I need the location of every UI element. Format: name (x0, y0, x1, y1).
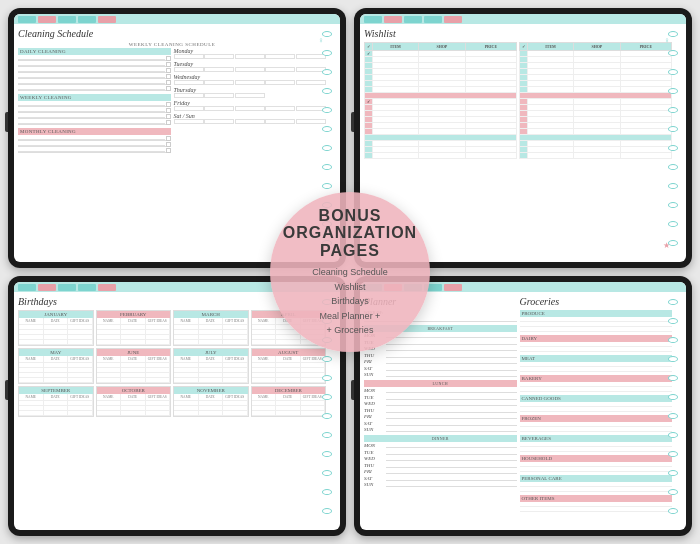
ring (322, 107, 332, 113)
oct-cols: NAME DATE GIFT IDEAS (97, 394, 171, 401)
august-header: AUGUST (252, 349, 326, 356)
ring (668, 375, 678, 381)
bonus-label: BONUS ORGANIZATION PAGES (283, 207, 417, 260)
personal-header: PERSONAL CARE (520, 475, 673, 482)
tab-mp5 (444, 284, 462, 291)
check-header-r: ✓ (520, 43, 528, 51)
date-col-n: DATE (199, 394, 224, 401)
personal-row-2 (520, 487, 673, 492)
ring (668, 299, 678, 305)
nov-cols: NAME DATE GIFT IDEAS (174, 394, 248, 401)
name-col-s: NAME (19, 394, 44, 401)
name-col-j: NAME (97, 356, 122, 363)
other-section: OTHER ITEMS (520, 495, 673, 512)
ring (668, 31, 678, 37)
house-row-2 (520, 467, 673, 472)
thu-cell-1 (174, 93, 204, 98)
wishlist-table-right: ✓ ITEM SHOP PRICE (519, 42, 672, 159)
name-col-o: NAME (97, 394, 122, 401)
dec-row-3 (252, 411, 326, 416)
bakery-header: BAKERY (520, 375, 673, 382)
monthly-row-1 (18, 136, 171, 141)
ring (668, 126, 678, 132)
name-col-a: NAME (252, 318, 277, 325)
tab-4 (78, 16, 96, 23)
tab-w3 (404, 16, 422, 23)
july-header: JULY (174, 349, 248, 356)
ring (322, 394, 332, 400)
september: SEPTEMBER NAME DATE GIFT IDEAS (18, 386, 94, 417)
spiral-binding-2 (668, 24, 678, 252)
groceries-right: Groceries PRODUCE DAIRY (520, 296, 673, 526)
lunch-sun-row: SUN (364, 427, 517, 432)
frozen-header: FROZEN (520, 415, 673, 422)
monthly-cleaning-header: MONTHLY CLEANING (18, 128, 171, 135)
june-cols: NAME DATE GIFT IDEAS (97, 356, 171, 363)
aug-row-4 (252, 378, 326, 383)
gift-col-s: GIFT IDEAS (68, 394, 93, 401)
date-col-f: DATE (121, 318, 146, 325)
sat-cell-4 (265, 119, 295, 124)
jun-row-4 (97, 378, 171, 383)
tab-w5 (444, 16, 462, 23)
july-cols: NAME DATE GIFT IDEAS (174, 356, 248, 363)
daily-row-4 (18, 74, 171, 79)
dairy-row-2 (520, 347, 673, 352)
wishlist-right-section: ✓ ITEM SHOP PRICE (519, 42, 672, 254)
ring (322, 164, 332, 170)
dinner-fri-row: FRI (364, 469, 517, 474)
ring (668, 489, 678, 495)
spiral-binding-4 (668, 292, 678, 520)
fri-cell-3 (235, 106, 265, 111)
ring (668, 221, 678, 227)
march: MARCH NAME DATE GIFT IDEAS (173, 310, 249, 346)
canned-header: CANNED GOODS (520, 395, 673, 402)
december-header: DECEMBER (252, 387, 326, 394)
weekly-row-4 (18, 120, 171, 125)
weekly-row-2 (18, 108, 171, 113)
ring (322, 50, 332, 56)
november-header: NOVEMBER (174, 387, 248, 394)
tab-b5 (98, 284, 116, 291)
other-row-2 (520, 507, 673, 512)
monthly-row-2 (18, 142, 171, 147)
name-col-n: NAME (174, 394, 199, 401)
gift-col: GIFT IDEAS (68, 318, 93, 325)
tab-w4 (424, 16, 442, 23)
mon-cell-2 (204, 54, 234, 59)
meat-row-2 (520, 367, 673, 372)
gift-col-n: GIFT IDEAS (223, 394, 248, 401)
meal-content: Planner WEEK OF: BREAKFAST MON (360, 292, 686, 530)
lunch-fri-row: FRI (364, 414, 517, 419)
ring (668, 164, 678, 170)
canned-row-2 (520, 407, 673, 412)
july: JULY NAME DATE GIFT IDEAS (173, 348, 249, 384)
date-col-au: DATE (276, 356, 301, 363)
price-header: PRICE (465, 43, 516, 51)
dec-cols: NAME DATE GIFT IDEAS (252, 394, 326, 401)
ring (668, 240, 678, 246)
ring (322, 432, 332, 438)
october-header: OCTOBER (97, 387, 171, 394)
january-header: JANUARY (19, 311, 93, 318)
thu-cell-2 (204, 93, 234, 98)
ring (668, 508, 678, 514)
jul-row-4 (174, 378, 248, 383)
household-header: HOUSEHOLD (520, 455, 673, 462)
date-col-jl: DATE (199, 356, 224, 363)
may-cols: NAME DATE GIFT IDEAS (19, 356, 93, 363)
name-col: NAME (19, 318, 44, 325)
wishlist-row (365, 153, 517, 159)
produce-section: PRODUCE (520, 310, 673, 332)
gift-col-jl: GIFT IDEAS (223, 356, 248, 363)
ring (668, 337, 678, 343)
overlay-subtitle: Cleaning Schedule Wishlist Birthdays Mea… (312, 265, 388, 337)
wishlist-row-r (520, 153, 672, 159)
sat-cell-2 (204, 119, 234, 124)
check-header: ✓ (365, 43, 373, 51)
lunch-sat-row: SAT (364, 421, 517, 426)
frozen-row-2 (520, 427, 673, 432)
tuesday-section: Tuesday (174, 61, 327, 72)
tab-1 (18, 16, 36, 23)
february: FEBRUARY NAME DATE GIFT IDEAS (96, 310, 172, 346)
